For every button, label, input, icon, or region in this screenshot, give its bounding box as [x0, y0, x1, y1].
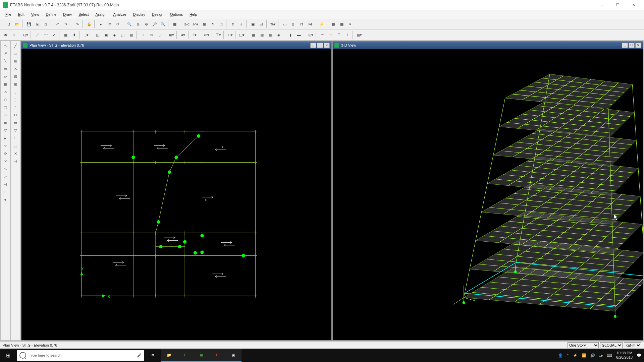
clr-icon[interactable]: ✕ [1, 158, 9, 165]
f2-icon[interactable]: ▬ [295, 31, 303, 39]
b1-icon[interactable]: ⊓ [139, 31, 147, 39]
menu-assign[interactable]: Assign [92, 11, 110, 17]
menu-help[interactable]: Help [186, 11, 201, 17]
save-icon[interactable]: 💾 [25, 20, 33, 28]
dt9-icon[interactable]: ▯ [11, 104, 19, 111]
a3-icon[interactable]: ▣ [102, 31, 110, 39]
b3-icon[interactable]: ▯ [156, 31, 164, 39]
sel-pointer-icon[interactable]: ✖ [1, 31, 9, 39]
run-icon[interactable]: ▸ [97, 20, 105, 28]
rotate-icon[interactable]: ↻ [209, 20, 217, 28]
t2-icon[interactable]: ▯ [289, 20, 297, 28]
start-button[interactable]: ⊞ [0, 349, 16, 362]
menu-view[interactable]: View [28, 11, 43, 17]
menu-select[interactable]: Select [75, 11, 92, 17]
menu-file[interactable]: File [2, 11, 15, 17]
shape1-icon[interactable]: ◇ [1, 96, 9, 103]
next-icon[interactable]: ⟳ [114, 20, 122, 28]
set-elem-icon[interactable]: ☑ [257, 20, 265, 28]
g3-icon[interactable]: ⊤ [335, 31, 343, 39]
app4-icon[interactable]: ▣ [225, 349, 241, 362]
shape3-icon[interactable]: ▭ [1, 111, 9, 119]
coord-select[interactable]: GLOBAL [600, 342, 623, 348]
story-select[interactable]: One StoryAll StoriesSimilar Stories [568, 342, 599, 348]
dd-icon[interactable]: ▾ [346, 20, 354, 28]
up-icon[interactable]: ⇧ [229, 20, 237, 28]
dt12-icon[interactable]: ▽ [11, 127, 19, 134]
a4-icon[interactable]: ◈ [110, 31, 118, 39]
print-icon[interactable]: ⎙ [42, 20, 50, 28]
pointer-icon[interactable]: ↖ [1, 42, 9, 49]
new-icon[interactable]: 🗋 [5, 20, 13, 28]
reshape-icon[interactable]: ↗ [1, 50, 9, 57]
close-button[interactable]: ✕ [626, 0, 641, 10]
rect-icon[interactable]: ▭ [1, 65, 9, 72]
tray-people-icon[interactable]: 👤 [558, 353, 563, 358]
shape2-icon[interactable]: ▢ [1, 104, 9, 111]
sel3-icon[interactable]: ⊡▾ [21, 31, 30, 39]
prev-sel-icon[interactable]: ⟳ [1, 150, 9, 157]
c2-icon[interactable]: ●▾ [179, 31, 187, 39]
h1-icon[interactable]: ▦▾ [355, 31, 363, 39]
taskview-icon[interactable]: ⧉ [145, 349, 161, 362]
dt11-icon[interactable]: ▭ [11, 119, 19, 126]
prev-icon[interactable]: ⟲ [105, 20, 113, 28]
menu-draw[interactable]: Draw [60, 11, 75, 17]
tray-battery-icon[interactable]: ⚡ [573, 353, 578, 358]
line-icon[interactable]: ╲ [1, 57, 9, 65]
plan-view-titlebar[interactable]: Plan View - ST.G - Elevation 0.76 _ ☐ ✕ [21, 42, 331, 49]
g1-icon[interactable]: ⊢ [318, 31, 326, 39]
obj-shrink-icon[interactable]: ▣ [249, 20, 257, 28]
a5-icon[interactable]: ⬚ [119, 31, 127, 39]
dt14-icon[interactable]: ⬚ [11, 142, 19, 149]
tray-lang-icon[interactable]: ف [599, 353, 603, 358]
check-icon[interactable]: ✓ [50, 31, 58, 39]
etabs-taskbar-icon[interactable]: ⊞ [193, 349, 209, 362]
minimize-button[interactable]: ─ [594, 0, 610, 10]
powerpoint-icon[interactable]: P [209, 349, 225, 362]
units-select[interactable]: Kgf-mkN-mN-mm [624, 342, 641, 348]
zoom-in-icon[interactable]: 🔎 [151, 20, 159, 28]
a2-icon[interactable]: ◫ [94, 31, 102, 39]
dt10-icon[interactable]: ⊓ [11, 111, 19, 119]
redo-icon[interactable]: ↷ [62, 20, 70, 28]
zoom-out-icon[interactable]: 🔍 [159, 20, 167, 28]
percent-icon[interactable]: %▾ [269, 20, 277, 28]
dt15-icon[interactable]: ✕ [11, 150, 19, 157]
exp2-icon[interactable]: ▾ [1, 196, 9, 203]
dt16-icon[interactable]: ⊣ [11, 158, 19, 165]
plan-close-button[interactable]: ✕ [324, 43, 330, 48]
plan-view-canvas[interactable]: YX [21, 49, 331, 340]
lock-icon[interactable]: 🔒 [85, 20, 93, 28]
exp-icon[interactable]: ▸ [1, 134, 9, 142]
t1-icon[interactable]: ▭ [281, 20, 289, 28]
all-icon[interactable]: aⁿ [1, 142, 9, 149]
f3-icon[interactable]: ⊞▾ [307, 31, 315, 39]
dt2-icon[interactable]: ▭ [11, 50, 19, 57]
maximize-button[interactable]: ☐ [610, 0, 626, 10]
line2-icon[interactable]: 〰 [42, 31, 50, 39]
dt1-icon[interactable]: ╱ [11, 42, 19, 49]
dt6-icon[interactable]: ⊞ [11, 80, 19, 88]
d1-icon[interactable]: I▾ [191, 31, 199, 39]
shape4-icon[interactable]: ⊞ [1, 119, 9, 126]
cross-icon[interactable]: ✕ [1, 88, 9, 96]
view-plan-button[interactable]: PR [192, 20, 200, 28]
tray-up-icon[interactable]: ˄ [567, 353, 569, 358]
tray-net-icon[interactable]: 📶 [582, 353, 586, 358]
menu-define[interactable]: Define [42, 11, 60, 17]
perspective-icon[interactable]: ⬚ [217, 20, 225, 28]
dt13-icon[interactable]: ⊢ [11, 134, 19, 142]
3d-view-canvas[interactable] [333, 49, 643, 340]
menu-display[interactable]: Display [130, 11, 149, 17]
shape5-icon[interactable]: ▽ [1, 127, 9, 134]
zoom-full-icon[interactable]: ⊕ [134, 20, 142, 28]
e3-icon[interactable]: ▦ [266, 31, 274, 39]
s4-icon[interactable]: ⊢ [1, 188, 9, 196]
d3-icon[interactable]: ⊤▾ [214, 31, 222, 39]
grid2-icon[interactable]: ▦ [1, 80, 9, 88]
t6-icon[interactable]: ▦ [338, 20, 346, 28]
a6-icon[interactable]: ▦ [127, 31, 135, 39]
s3-icon[interactable]: ⊣ [1, 181, 9, 188]
poly-icon[interactable]: ▱ [1, 73, 9, 80]
